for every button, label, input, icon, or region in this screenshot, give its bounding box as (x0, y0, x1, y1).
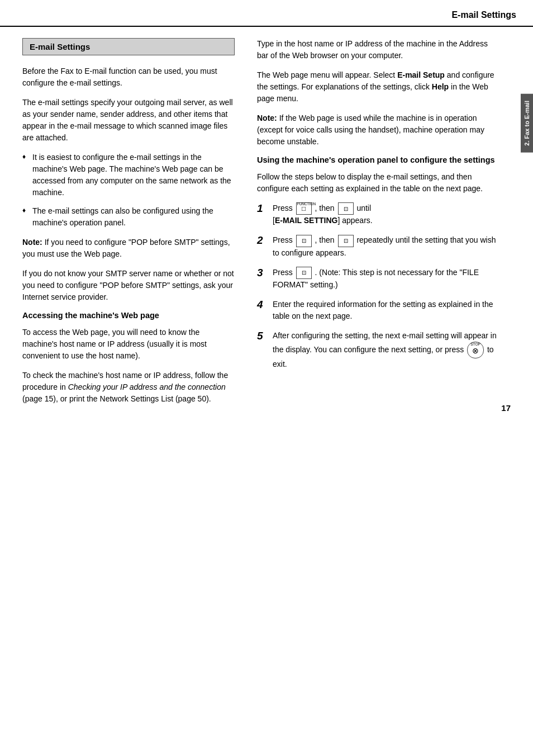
section-title: E-mail Settings (22, 38, 235, 55)
smtp-para: If you do not know your SMTP server name… (22, 268, 235, 303)
steps-container: 1 Press FUNCTION □ , then ⊡ until [E (257, 202, 499, 370)
note-2: Note: If the Web page is used while the … (257, 112, 499, 148)
operation-section: Using the machine's operation panel to c… (257, 155, 499, 370)
step-4-number: 4 (257, 299, 273, 311)
step-1: 1 Press FUNCTION □ , then ⊡ until [E (257, 202, 499, 226)
bullet-item-2: The e-mail settings can also be configur… (22, 205, 235, 229)
arrow-key-2b: ⊡ (338, 235, 354, 247)
bullet-item-1: It is easiest to configure the e-mail se… (22, 152, 235, 199)
web-para-2-after: (page 15), or print the Network Settings… (22, 394, 211, 403)
side-tab: 2. Fax to E-mail (521, 94, 533, 153)
step-4: 4 Enter the required information for the… (257, 299, 499, 322)
bullet-list: It is easiest to configure the e-mail se… (22, 152, 235, 229)
step-5: 5 After configuring the setting, the nex… (257, 330, 499, 370)
note-1-text: If you need to configure "POP before SMT… (22, 238, 230, 258)
arrow-key-2a: ⊡ (296, 235, 312, 247)
web-para-2: To check the machine's host name or IP a… (22, 370, 235, 405)
enter-key-3: ⊡ (296, 267, 312, 279)
step-2-body: Press ⊡ , then ⊡ repeatedly until the se… (273, 234, 499, 258)
step-2-number: 2 (257, 234, 273, 247)
select-before: The Web page menu will appear. Select (257, 70, 397, 79)
function-key: FUNCTION □ (296, 202, 312, 215)
arrow-key-1: ⊡ (338, 202, 354, 215)
web-section-title: Accessing the machine's Web page (22, 311, 235, 320)
step-3: 3 Press ⊡ . (Note: This step is not nece… (257, 267, 499, 291)
page-header: E-mail Settings (0, 0, 533, 27)
step-5-body: After configuring the setting, the next … (273, 330, 499, 370)
step-1-body: Press FUNCTION □ , then ⊡ until [E-MAIL … (273, 202, 499, 226)
step-5-number: 5 (257, 330, 273, 343)
header-title: E-mail Settings (451, 10, 516, 20)
email-setup-bold: E-mail Setup (397, 70, 445, 79)
help-bold: Help (432, 82, 449, 91)
right-column: Type in the host name or IP address of t… (246, 27, 533, 424)
intro-para-2: The e-mail settings specify your outgoin… (22, 97, 235, 144)
op-section-title: Using the machine's operation panel to c… (257, 155, 499, 164)
note-1-label: Note: (22, 238, 42, 247)
step-2: 2 Press ⊡ , then ⊡ repeatedly until the … (257, 234, 499, 258)
step-3-number: 3 (257, 267, 273, 280)
select-para: The Web page menu will appear. Select E-… (257, 69, 499, 105)
web-para-1: To access the Web page, you will need to… (22, 327, 235, 362)
note-2-label: Note: (257, 114, 277, 122)
step-3-body: Press ⊡ . (Note: This step is not necess… (273, 267, 499, 291)
op-intro: Follow the steps below to display the e-… (257, 171, 499, 195)
right-intro-para: Type in the host name or IP address of t… (257, 38, 499, 62)
page-number: 17 (501, 403, 511, 413)
web-section: Accessing the machine's Web page To acce… (22, 311, 235, 405)
left-column: E-mail Settings Before the Fax to E-mail… (0, 27, 246, 424)
step-4-body: Enter the required information for the s… (273, 299, 499, 322)
note-1: Note: If you need to configure "POP befo… (22, 237, 235, 260)
web-para-2-italic: Checking your IP address and the connect… (68, 382, 226, 391)
intro-para-1: Before the Fax to E-mail function can be… (22, 65, 235, 89)
stop-key: STOP ⊗ (467, 342, 484, 358)
note-2-text: If the Web page is used while the machin… (257, 114, 484, 146)
step-1-number: 1 (257, 202, 273, 215)
